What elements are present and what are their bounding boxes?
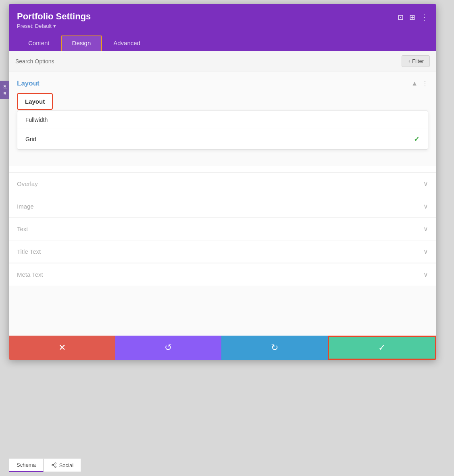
panel-subtitle: Preset: Default ▾ <box>17 23 91 29</box>
panel-header: Portfolio Settings Preset: Default ▾ ⊡ ⊞… <box>9 4 436 51</box>
layout-section-header: Layout ▲ ⋮ <box>17 79 428 88</box>
title-text-section[interactable]: Title Text ∨ <box>9 240 436 263</box>
meta-text-section[interactable]: Meta Text ∨ <box>9 263 436 286</box>
svg-point-2 <box>54 466 56 468</box>
reset-icon: ↺ <box>165 342 172 353</box>
svg-point-1 <box>52 464 53 466</box>
preset-label: Preset: Default <box>17 23 52 29</box>
more-options-icon[interactable]: ⋮ <box>421 13 428 22</box>
confirm-icon: ✓ <box>378 342 385 353</box>
image-section[interactable]: Image ∨ <box>9 195 436 218</box>
hint-ui: ui <box>2 92 7 96</box>
section-controls: ▲ ⋮ <box>411 80 428 88</box>
settings-panel: Portfolio Settings Preset: Default ▾ ⊡ ⊞… <box>9 4 436 360</box>
filter-button[interactable]: + Filter <box>402 55 430 67</box>
grid-label: Grid <box>25 136 36 142</box>
overlay-section[interactable]: Overlay ∨ <box>9 172 436 195</box>
section-more-icon[interactable]: ⋮ <box>422 80 428 88</box>
grid-check-icon: ✓ <box>414 135 420 144</box>
responsive-icon[interactable]: ⊡ <box>398 13 404 22</box>
confirm-button[interactable]: ✓ <box>328 336 437 360</box>
search-bar: + Filter <box>9 51 436 71</box>
title-text-chevron: ∨ <box>423 248 428 255</box>
overlay-chevron: ∨ <box>423 180 428 188</box>
tab-design[interactable]: Design <box>61 35 102 51</box>
dropdown-item-fullwidth[interactable]: Fullwidth <box>17 111 428 129</box>
text-section[interactable]: Text ∨ <box>9 218 436 240</box>
hint-pr: pr <box>2 85 7 89</box>
bottom-toolbar: ✕ ↺ ↻ ✓ <box>9 336 436 360</box>
social-tab[interactable]: Social <box>44 458 81 472</box>
image-chevron: ∨ <box>423 203 428 210</box>
cancel-icon: ✕ <box>58 342 66 353</box>
meta-text-chevron: ∨ <box>423 271 428 278</box>
spacer <box>9 287 436 336</box>
layout-section-title: Layout <box>17 79 40 88</box>
svg-line-3 <box>53 466 55 466</box>
header-title-group: Portfolio Settings Preset: Default ▾ <box>17 11 91 29</box>
tab-content[interactable]: Content <box>17 35 61 51</box>
cancel-button[interactable]: ✕ <box>9 336 115 360</box>
redo-button[interactable]: ↻ <box>221 336 328 360</box>
schema-tab[interactable]: Schema <box>9 458 44 472</box>
dropdown-item-grid[interactable]: Grid ✓ <box>17 129 428 149</box>
collapse-icon[interactable]: ▲ <box>411 80 418 87</box>
split-view-icon[interactable]: ⊞ <box>409 13 415 22</box>
layout-selector-button[interactable]: Layout <box>17 93 53 110</box>
header-icons: ⊡ ⊞ ⋮ <box>398 13 428 22</box>
reset-button[interactable]: ↺ <box>115 336 222 360</box>
share-icon <box>51 462 57 468</box>
left-panel-hint: pr ui <box>0 81 9 99</box>
tabs-bar: Content Design Advanced <box>17 35 428 51</box>
panel-title: Portfolio Settings <box>17 11 91 22</box>
fullwidth-label: Fullwidth <box>25 117 48 123</box>
schema-label: Schema <box>17 462 36 468</box>
text-chevron: ∨ <box>423 225 428 233</box>
text-title: Text <box>17 225 28 232</box>
bottom-tab-bar: Schema Social <box>9 458 81 472</box>
redo-icon: ↻ <box>271 342 278 353</box>
tab-advanced[interactable]: Advanced <box>102 35 152 51</box>
filter-label: + Filter <box>408 58 424 64</box>
image-title: Image <box>17 203 34 210</box>
layout-wrapper: Layout Fullwidth Grid ✓ <box>17 93 428 150</box>
layout-dropdown: Fullwidth Grid ✓ <box>17 111 428 150</box>
title-text-title: Title Text <box>17 248 41 255</box>
svg-line-4 <box>53 464 55 465</box>
social-label: Social <box>59 462 73 468</box>
meta-text-title: Meta Text <box>17 271 43 278</box>
search-input[interactable] <box>15 58 402 65</box>
header-top: Portfolio Settings Preset: Default ▾ ⊡ ⊞… <box>17 11 428 29</box>
overlay-title: Overlay <box>17 180 38 187</box>
preset-arrow[interactable]: ▾ <box>53 23 56 29</box>
accordion-sections: Overlay ∨ Image ∨ Text ∨ Title Text ∨ Me… <box>9 172 436 287</box>
svg-point-0 <box>54 463 56 464</box>
content-area: Layout ▲ ⋮ Layout Fullwidth Grid ✓ <box>9 71 436 166</box>
